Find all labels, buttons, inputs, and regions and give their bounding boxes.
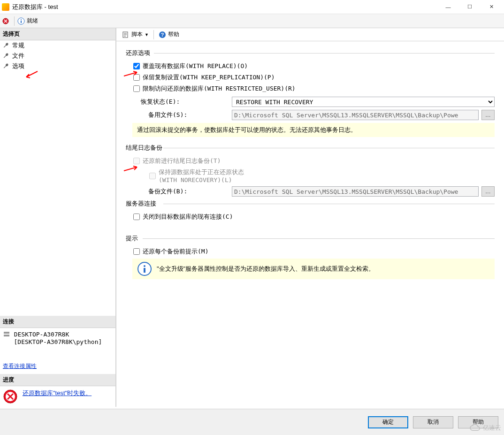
label-norecovery: 保持源数据库处于正在还原状态 (WITH NORECOVERY)(L) <box>159 168 244 183</box>
sidebar-header-select: 选择页 <box>0 28 115 40</box>
status-text: 就绪 <box>27 17 38 25</box>
help-icon: ? <box>159 31 166 38</box>
label-recovery-state: 恢复状态(E): <box>133 98 232 106</box>
group-server-conn: 服务器连接 <box>126 199 495 208</box>
status-toolbar: 就绪 <box>0 14 504 28</box>
cancel-button[interactable]: 取消 <box>413 416 453 428</box>
content-pane: 脚本 ▼ ? 帮助 还原选项 覆盖现有数据库(WITH REPLACE)(O) … <box>116 28 504 407</box>
toolbar-separator <box>14 16 15 26</box>
sidebar-header-progress: 进度 <box>0 374 115 386</box>
label-with-replace: 覆盖现有数据库(WITH REPLACE)(O) <box>143 62 248 70</box>
help-footer-button[interactable]: 帮助 <box>458 416 498 428</box>
error-icon <box>3 389 18 404</box>
sidebar-item-files[interactable]: 文件 <box>0 51 115 61</box>
info-fulltext-note: "全文升级"服务器属性控制是否为还原的数据库导入、重新生成或重置全文检索。 <box>132 259 495 279</box>
input-backup-file <box>232 186 479 197</box>
info-recovery-note: 通过回滚未提交的事务，使数据库处于可以使用的状态。无法还原其他事务日志。 <box>132 123 495 137</box>
script-icon <box>122 31 130 38</box>
window-title: 还原数据库 - test <box>12 3 437 11</box>
dialog-footer: 确定 取消 帮助 <box>0 409 504 435</box>
form-area: 还原选项 覆盖现有数据库(WITH REPLACE)(O) 保留复制设置(WIT… <box>116 41 504 407</box>
svg-rect-13 <box>144 268 145 273</box>
wrench-icon <box>3 42 9 49</box>
connection-info: DESKTOP-A307R8K [DESKTOP-A307R8K\python] <box>0 328 115 348</box>
browse-backup-button[interactable]: ... <box>481 186 495 197</box>
progress-body: 还原数据库"test"时失败。 <box>0 386 115 407</box>
checkbox-tail-log <box>133 158 140 164</box>
stop-icon[interactable] <box>2 17 9 25</box>
sidebar-header-connection: 连接 <box>0 316 115 328</box>
toolbar-separator <box>153 30 154 39</box>
checkbox-with-replace[interactable] <box>133 63 140 69</box>
sidebar-label: 常规 <box>12 41 24 50</box>
wrench-icon <box>3 63 9 69</box>
wrench-icon <box>3 53 9 59</box>
label-tail-log: 还原前进行结尾日志备份(T) <box>143 157 221 165</box>
info-icon <box>17 17 25 25</box>
svg-text:?: ? <box>161 32 164 38</box>
maximize-button[interactable]: ☐ <box>459 0 481 14</box>
close-button[interactable]: ✕ <box>481 0 502 14</box>
svg-point-2 <box>21 19 22 20</box>
checkbox-keep-replication[interactable] <box>133 74 140 81</box>
script-button[interactable]: 脚本 ▼ <box>120 30 151 39</box>
chevron-down-icon: ▼ <box>145 32 149 37</box>
content-toolbar: 脚本 ▼ ? 帮助 <box>116 28 504 41</box>
label-restricted-user: 限制访问还原的数据库(WITH RESTRICTED_USER)(R) <box>143 84 296 93</box>
server-icon <box>3 331 10 338</box>
label-keep-replication: 保留复制设置(WITH KEEP_REPLICATION)(P) <box>143 73 275 82</box>
group-prompt: 提示 <box>126 234 495 243</box>
input-standby-file <box>232 110 479 120</box>
progress-error-link[interactable]: 还原数据库"test"时失败。 <box>23 389 92 397</box>
browse-standby-button[interactable]: ... <box>481 110 495 120</box>
ok-button[interactable]: 确定 <box>368 416 408 428</box>
svg-rect-3 <box>21 21 22 23</box>
sidebar: 选择页 常规 文件 选项 连接 DESKTOP-A307R8K [DESKTOP… <box>0 28 116 407</box>
label-backup-file: 备份文件(B): <box>133 187 232 196</box>
sidebar-label: 文件 <box>12 52 24 60</box>
checkbox-prompt-each[interactable] <box>133 248 140 255</box>
select-recovery-state[interactable]: RESTORE WITH RECOVERY <box>232 97 495 107</box>
connection-user: [DESKTOP-A307R8K\python] <box>14 338 102 345</box>
checkbox-norecovery <box>149 173 156 179</box>
sidebar-item-options[interactable]: 选项 <box>0 61 115 71</box>
svg-rect-4 <box>4 332 9 334</box>
info-icon <box>137 261 152 276</box>
label-prompt-each: 还原每个备份前提示(M) <box>143 247 208 256</box>
view-connection-properties-link[interactable]: 查看连接属性 <box>3 363 37 369</box>
sidebar-label: 选项 <box>12 62 24 70</box>
svg-rect-5 <box>4 335 9 336</box>
label-standby-file: 备用文件(S): <box>133 111 232 119</box>
help-label: 帮助 <box>168 31 179 38</box>
checkbox-close-connections[interactable] <box>133 214 140 220</box>
sidebar-item-general[interactable]: 常规 <box>0 40 115 51</box>
checkbox-restricted-user[interactable] <box>133 85 140 92</box>
svg-point-12 <box>144 265 145 267</box>
minimize-button[interactable]: — <box>437 0 459 14</box>
label-close-connections: 关闭到目标数据库的现有连接(C) <box>143 213 233 221</box>
group-tail-log: 结尾日志备份 <box>126 144 495 152</box>
group-restore-options: 还原选项 <box>126 49 495 57</box>
app-icon <box>2 3 9 11</box>
info-fulltext-text: "全文升级"服务器属性控制是否为还原的数据库导入、重新生成或重置全文检索。 <box>157 265 374 273</box>
titlebar: 还原数据库 - test — ☐ ✕ <box>0 0 504 14</box>
script-label: 脚本 <box>131 31 143 38</box>
help-button[interactable]: ? 帮助 <box>157 30 181 39</box>
connection-server: DESKTOP-A307R8K <box>14 331 69 338</box>
